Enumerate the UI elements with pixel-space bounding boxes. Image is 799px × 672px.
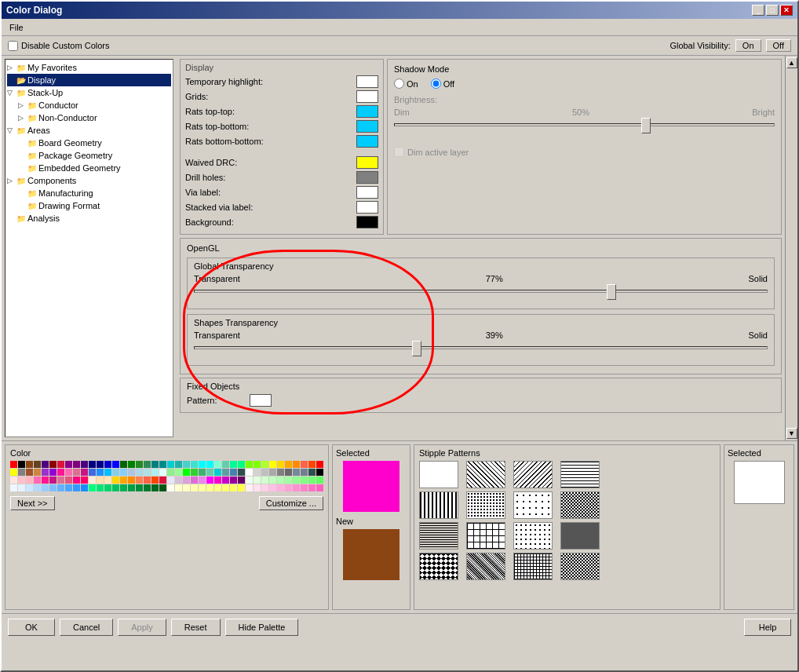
color-cell-11[interactable] xyxy=(97,461,104,468)
stipple-cell-dash[interactable] xyxy=(419,522,458,550)
hide-palette-button[interactable]: Hide Palette xyxy=(225,619,299,636)
tree-item-components[interactable]: ▷ 📁 Components xyxy=(7,174,171,187)
color-cell-155[interactable] xyxy=(285,484,292,491)
color-cell-73[interactable] xyxy=(269,469,276,476)
color-cell-101[interactable] xyxy=(175,477,182,484)
color-cell-79[interactable] xyxy=(316,469,323,476)
waived-drc-swatch[interactable] xyxy=(356,156,378,169)
color-cell-56[interactable] xyxy=(136,469,143,476)
color-cell-6[interactable] xyxy=(57,461,64,468)
color-cell-104[interactable] xyxy=(199,477,206,484)
color-cell-129[interactable] xyxy=(81,484,88,491)
color-cell-76[interactable] xyxy=(293,469,300,476)
color-cell-46[interactable] xyxy=(57,469,64,476)
color-cell-159[interactable] xyxy=(316,484,323,491)
file-menu[interactable]: File xyxy=(5,21,28,34)
stipple-cell-dense[interactable] xyxy=(466,553,505,580)
color-cell-44[interactable] xyxy=(42,469,49,476)
color-cell-37[interactable] xyxy=(301,461,308,468)
reset-button[interactable]: Reset xyxy=(171,619,221,636)
color-cell-94[interactable] xyxy=(120,477,127,484)
color-cell-43[interactable] xyxy=(34,469,41,476)
color-cell-36[interactable] xyxy=(293,461,300,468)
color-cell-4[interactable] xyxy=(42,461,49,468)
color-cell-147[interactable] xyxy=(222,484,229,491)
color-cell-62[interactable] xyxy=(183,469,190,476)
color-cell-141[interactable] xyxy=(175,484,182,491)
customize-button[interactable]: Customize ... xyxy=(259,496,323,510)
color-cell-82[interactable] xyxy=(26,477,33,484)
color-cell-31[interactable] xyxy=(254,461,261,468)
tree-item-nonconductor[interactable]: ▷ 📁 Non-Conductor xyxy=(18,111,171,124)
shadow-on-radio-label[interactable]: On xyxy=(394,79,418,89)
color-cell-21[interactable] xyxy=(175,461,182,468)
color-cell-134[interactable] xyxy=(120,484,127,491)
color-cell-148[interactable] xyxy=(230,484,237,491)
shadow-off-radio[interactable] xyxy=(431,79,441,89)
stipple-cell-empty[interactable] xyxy=(419,461,458,488)
rats-top-bottom-swatch[interactable] xyxy=(356,120,378,133)
tree-item-drawing-format[interactable]: ▷ 📁 Drawing Format xyxy=(18,199,171,212)
shapes-transparency-slider[interactable] xyxy=(412,341,421,356)
tree-item-stackup[interactable]: ▽ 📁 Stack-Up xyxy=(7,86,171,99)
color-cell-38[interactable] xyxy=(308,461,316,468)
color-cell-126[interactable] xyxy=(57,484,64,491)
color-cell-90[interactable] xyxy=(89,477,96,484)
stipple-cell-sparse[interactable] xyxy=(513,491,553,519)
color-cell-34[interactable] xyxy=(277,461,284,468)
color-cell-53[interactable] xyxy=(112,469,119,476)
color-cell-116[interactable] xyxy=(293,477,300,484)
color-cell-41[interactable] xyxy=(18,469,25,476)
stipple-cell-ldots[interactable] xyxy=(513,522,553,550)
color-cell-30[interactable] xyxy=(246,461,253,468)
stipple-cell-checker[interactable] xyxy=(560,491,600,519)
stipple-cell-horiz[interactable] xyxy=(560,461,600,488)
color-cell-70[interactable] xyxy=(246,469,253,476)
color-cell-144[interactable] xyxy=(199,484,206,491)
color-cell-136[interactable] xyxy=(136,484,143,491)
color-cell-28[interactable] xyxy=(230,461,237,468)
color-cell-66[interactable] xyxy=(214,469,221,476)
color-cell-96[interactable] xyxy=(136,477,143,484)
close-button[interactable]: ✕ xyxy=(780,5,793,16)
cancel-button[interactable]: Cancel xyxy=(60,619,113,636)
stipple-cell-vert2[interactable] xyxy=(419,491,458,519)
color-cell-157[interactable] xyxy=(301,484,308,491)
color-cell-89[interactable] xyxy=(81,477,88,484)
color-cell-77[interactable] xyxy=(301,469,308,476)
color-cell-65[interactable] xyxy=(206,469,213,476)
color-cell-74[interactable] xyxy=(277,469,284,476)
stipple-cell-diag2[interactable] xyxy=(513,461,553,488)
color-cell-64[interactable] xyxy=(199,469,206,476)
maximize-button[interactable]: □ xyxy=(766,5,779,16)
color-cell-25[interactable] xyxy=(206,461,213,468)
color-cell-84[interactable] xyxy=(42,477,49,484)
color-cell-91[interactable] xyxy=(97,477,104,484)
color-cell-78[interactable] xyxy=(308,469,316,476)
color-cell-153[interactable] xyxy=(269,484,276,491)
color-cell-92[interactable] xyxy=(104,477,111,484)
color-cell-128[interactable] xyxy=(73,484,80,491)
minimize-button[interactable]: _ xyxy=(752,5,764,16)
color-cell-14[interactable] xyxy=(120,461,127,468)
color-cell-20[interactable] xyxy=(167,461,174,468)
color-cell-99[interactable] xyxy=(159,477,166,484)
color-cell-119[interactable] xyxy=(316,477,323,484)
color-cell-102[interactable] xyxy=(183,477,190,484)
color-cell-75[interactable] xyxy=(285,469,292,476)
scrollbar-vertical[interactable]: ▲ ▼ xyxy=(785,56,797,440)
color-cell-138[interactable] xyxy=(151,484,159,491)
color-cell-52[interactable] xyxy=(104,469,111,476)
stipple-cell-diag1[interactable] xyxy=(466,461,505,488)
color-cell-32[interactable] xyxy=(261,461,268,468)
color-cell-150[interactable] xyxy=(246,484,253,491)
ok-button[interactable]: OK xyxy=(8,619,55,636)
color-cell-48[interactable] xyxy=(73,469,80,476)
color-cell-40[interactable] xyxy=(10,469,17,476)
color-cell-13[interactable] xyxy=(112,461,119,468)
color-cell-114[interactable] xyxy=(277,477,284,484)
color-cell-63[interactable] xyxy=(191,469,198,476)
color-cell-154[interactable] xyxy=(277,484,284,491)
color-cell-18[interactable] xyxy=(151,461,159,468)
color-cell-121[interactable] xyxy=(18,484,25,491)
